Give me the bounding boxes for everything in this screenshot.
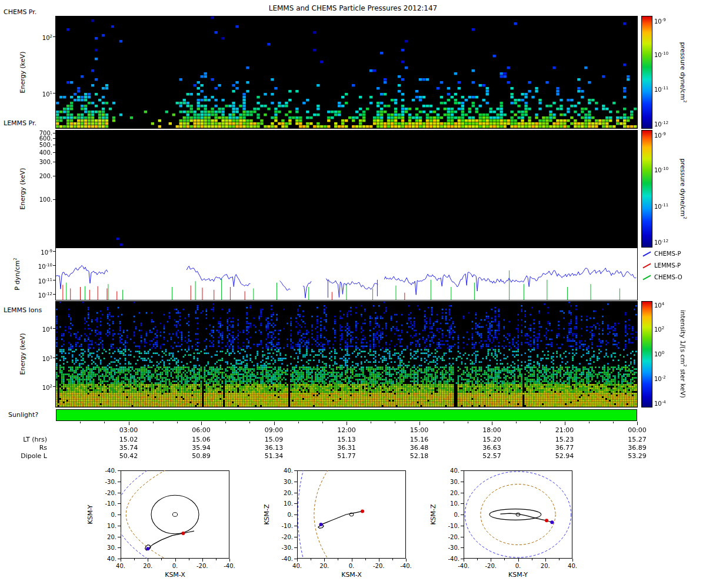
ephemeris-value: 36.77 xyxy=(547,445,582,452)
tick-mark xyxy=(118,470,121,471)
tick-mark xyxy=(53,328,56,329)
colorbar-tick-label: 10-2 xyxy=(654,375,666,382)
ephemeris-value: 50.42 xyxy=(111,453,146,460)
tick-mark xyxy=(637,422,638,425)
orbit-x-tick-label: -20. xyxy=(367,563,391,569)
tick-mark xyxy=(532,559,532,560)
orbit-y-tick-label: -30. xyxy=(274,544,293,551)
orbit-plot-ksm-z-vs-ksm-x xyxy=(297,470,406,559)
tick-mark xyxy=(177,422,178,423)
orbit-x-tick-label: -40. xyxy=(218,563,241,569)
pressure-line-plot xyxy=(56,248,637,300)
tick-mark xyxy=(53,145,56,145)
orbit-x-axis-label: KSM-X xyxy=(121,572,229,579)
tick-mark xyxy=(249,422,250,423)
colorbar-tick-label: 10-9 xyxy=(654,131,666,139)
tick-mark xyxy=(53,36,56,37)
lemms-ions-spectrogram xyxy=(56,302,637,407)
chems-pressure-spectrogram xyxy=(56,16,637,128)
time-tick-label: 21:00 xyxy=(550,427,580,434)
orbit-y-tick-label: -30. xyxy=(97,479,116,485)
orbit-y-tick-label: 10. xyxy=(274,500,293,507)
tick-mark xyxy=(53,162,56,162)
colorbar-tick-label: 10-4 xyxy=(654,399,666,407)
orbit-x-tick-label: 20. xyxy=(312,563,336,569)
tick-mark xyxy=(461,482,464,482)
time-tick-label: 00:00 xyxy=(622,427,652,434)
tick-mark xyxy=(491,559,491,562)
plot-frame xyxy=(464,471,572,559)
time-tick-label: 15:00 xyxy=(405,427,434,434)
boundary-circle-1 xyxy=(481,484,555,544)
orbit-x-tick-label: -20. xyxy=(479,563,502,569)
tick-mark xyxy=(161,559,162,560)
tick-mark xyxy=(153,422,154,423)
orbit-y-axis-label: KSM-Z xyxy=(429,504,437,524)
tick-mark xyxy=(229,559,230,562)
colorbar-tick-label: 10-12 xyxy=(654,238,668,246)
tick-mark xyxy=(202,559,203,562)
trajectory-start-dot xyxy=(181,532,185,535)
trajectory-line xyxy=(500,513,552,522)
tick-mark xyxy=(118,559,121,559)
ephemeris-value: 50.89 xyxy=(184,453,219,460)
ephemeris-value: 35.74 xyxy=(111,445,146,452)
orbit-y-tick-label: 40. xyxy=(440,467,459,474)
y-axis-label-chems: Energy (keV) xyxy=(19,52,26,93)
legend-marker-chems-o xyxy=(642,275,651,280)
y-tick-label: 10-12 xyxy=(0,291,52,299)
tick-mark xyxy=(53,199,56,200)
sunlight-status-bar xyxy=(56,409,637,421)
ephemeris-value: 15.20 xyxy=(474,436,509,443)
tick-mark xyxy=(225,422,226,423)
y-tick-label: 10-10 xyxy=(0,262,52,270)
orbit-x-tick-label: 40. xyxy=(561,563,584,569)
orbit-y-tick-label: 0. xyxy=(274,512,293,518)
orbit-x-tick-label: 0. xyxy=(507,563,530,569)
tick-mark xyxy=(461,514,464,515)
tick-mark xyxy=(461,503,464,504)
tick-mark xyxy=(311,559,311,560)
plot-frame xyxy=(121,471,229,559)
tick-mark xyxy=(322,422,323,423)
orbit-y-tick-label: 20. xyxy=(274,490,293,496)
tick-mark xyxy=(148,559,148,562)
tick-mark xyxy=(298,422,299,423)
trajectory-start-dot xyxy=(361,509,364,513)
tick-mark xyxy=(294,470,297,471)
orbit-x-tick-label: 0. xyxy=(164,563,187,569)
rings-outline xyxy=(151,495,199,534)
orbit-y-tick-label: -40. xyxy=(97,467,116,474)
orbit-x-tick-label: 40. xyxy=(285,563,309,569)
tick-mark xyxy=(565,422,565,425)
colorbar-tick-label: 102 xyxy=(654,325,664,333)
tick-mark xyxy=(338,559,338,560)
trajectory-end-dot xyxy=(319,523,322,526)
ephemeris-value: 15.06 xyxy=(184,436,219,443)
tick-mark xyxy=(464,559,464,562)
orbit-x-tick-label: 20. xyxy=(534,563,557,569)
tick-mark xyxy=(477,559,478,560)
orbit-y-tick-label: 10. xyxy=(440,500,459,507)
orbit-y-tick-label: 0. xyxy=(97,512,116,518)
tick-mark xyxy=(121,559,121,562)
tick-mark xyxy=(461,537,464,537)
orbit-y-tick-label: 30. xyxy=(440,479,459,485)
boundary-curve-0 xyxy=(121,470,151,559)
trajectory-line xyxy=(318,511,362,528)
tick-mark xyxy=(118,503,121,504)
intensity-colorbar xyxy=(642,302,652,407)
tick-mark xyxy=(294,482,297,482)
orbit-y-tick-label: 30. xyxy=(274,479,293,485)
y-tick-label: 101 xyxy=(0,90,52,98)
tick-mark xyxy=(53,386,56,387)
y-tick-label: 10-9 xyxy=(0,248,52,256)
tick-mark xyxy=(365,559,366,560)
orbit-plot-ksm-y-vs-ksm-x xyxy=(121,470,229,559)
trajectory-end-dot xyxy=(550,520,554,524)
panel-label-chems: CHEMS Pr. xyxy=(4,9,36,16)
tick-mark xyxy=(613,422,614,423)
legend-label-lemms-p: LEMMS-P xyxy=(654,262,681,269)
colorbar-tick-label: 10-9 xyxy=(654,17,666,25)
time-tick-label: 03:00 xyxy=(114,427,144,434)
